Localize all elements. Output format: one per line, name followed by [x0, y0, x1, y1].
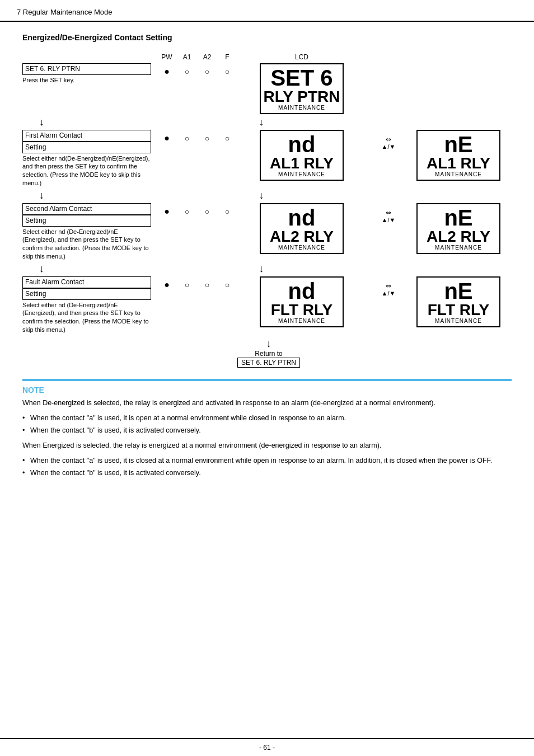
first-alarm-a2: ○	[197, 134, 217, 143]
fault-alarm-alt-line3: MAINTENANCE	[435, 318, 482, 324]
return-area: ↓ Return to SET 6. RLY PTRN	[237, 339, 512, 368]
fault-alarm-lcd: nd FLT RLY MAINTENANCE	[237, 276, 366, 327]
down-arrow-left-3: ↓	[22, 264, 157, 274]
fault-alarm-f: ○	[217, 280, 237, 289]
fault-alarm-lcd-line1: nd	[288, 280, 316, 302]
col-lcd-header: LCD	[237, 53, 366, 61]
first-alarm-arrow-top: ⇔	[386, 135, 391, 143]
fault-alarm-label-box: Fault Alarm Contact	[22, 276, 151, 288]
first-alarm-label-box2: Setting	[22, 142, 151, 153]
first-alarm-alt-lcd: nE AL1 RLY MAINTENANCE	[411, 130, 500, 181]
second-alarm-arrow-top: ⇔	[386, 209, 391, 217]
down-arrow-lcd-3: ↓	[157, 264, 366, 274]
note-list1-item2: When the contact "b" is used, it is acti…	[30, 425, 512, 436]
note-list2: When the contact "a" is used, it is clos…	[30, 456, 512, 478]
fault-alarm-label-sub: Select either nd (De-Energized)/nE (Ener…	[22, 301, 151, 334]
second-alarm-a1: ○	[177, 207, 197, 216]
second-alarm-a2: ○	[197, 207, 217, 216]
first-alarm-arrow-bot: ▲/▼	[382, 143, 396, 150]
second-alarm-pw: ●	[157, 206, 177, 217]
first-alarm-label-box: First Alarm Contact	[22, 130, 151, 142]
second-alarm-row: Second Alarm Contact Setting Select eith…	[22, 203, 512, 261]
first-alarm-arrow: ⇔ ▲/▼	[366, 130, 411, 150]
fault-alarm-lcd-box: nd FLT RLY MAINTENANCE	[260, 276, 344, 327]
set6-label-box: SET 6. RLY PTRN	[22, 63, 151, 75]
diagram-area: PW A1 A2 F LCD SET 6. RLY PTRN Press the…	[22, 53, 512, 368]
page-number: - 61 -	[259, 744, 275, 752]
fault-alarm-arrow-bot: ▲/▼	[382, 290, 396, 297]
second-alarm-label-box: Second Alarm Contact	[22, 203, 151, 215]
down-arrow-icon-1: ↓	[39, 117, 44, 127]
fault-alarm-arrow-top: ⇔	[386, 282, 391, 290]
set6-row: SET 6. RLY PTRN Press the SET key. ● ○ ○…	[22, 63, 512, 114]
second-alarm-arrow-bot: ▲/▼	[382, 217, 396, 223]
set6-f: ○	[217, 67, 237, 76]
second-alarm-left: Second Alarm Contact Setting Select eith…	[22, 203, 157, 261]
fault-alarm-alt-line2: FLT RLY	[428, 302, 489, 318]
first-alarm-alt-line2: AL1 RLY	[427, 156, 490, 171]
down-arrow-left-2: ↓	[22, 190, 157, 200]
note-list1-item1: When the contact "a" is used, it is open…	[30, 413, 512, 424]
fault-alarm-a1: ○	[177, 280, 197, 289]
first-alarm-label-sub: Select either nd(De-Energized)/nE(Energi…	[22, 154, 151, 187]
first-alarm-pw: ●	[157, 133, 177, 143]
second-alarm-lcd: nd AL2 RLY MAINTENANCE	[237, 203, 366, 254]
set6-a2: ○	[197, 67, 217, 76]
note-para2: When Energized is selected, the relay is…	[22, 440, 512, 451]
return-content: ↓ Return to SET 6. RLY PTRN	[237, 339, 300, 368]
set6-lcd-line3: MAINTENANCE	[278, 105, 325, 111]
fault-alarm-alt-line1: nE	[444, 280, 472, 302]
set6-a1: ○	[177, 67, 197, 76]
fault-alarm-lcd-line3: MAINTENANCE	[278, 318, 325, 324]
second-alarm-label-sub: Select either nd (De-Energized)/nE (Ener…	[22, 228, 151, 261]
set6-lcd-line1: SET 6	[270, 67, 332, 89]
down-arrow-icon-2: ↓	[39, 190, 44, 200]
fault-alarm-lcd-line2: FLT RLY	[271, 302, 332, 318]
second-alarm-lcd-line3: MAINTENANCE	[278, 245, 325, 251]
down-arrow-lcd-1: ↓	[157, 117, 366, 127]
down-arrow-3: ↓ ↓	[22, 261, 512, 276]
down-arrow-left-1: ↓	[22, 117, 157, 127]
return-label: Return to	[255, 350, 282, 358]
fault-alarm-alt-lcd: nE FLT RLY MAINTENANCE	[411, 276, 500, 327]
fault-alarm-row: Fault Alarm Contact Setting Select eithe…	[22, 276, 512, 334]
second-alarm-indicators: ● ○ ○ ○	[157, 203, 237, 217]
page-header: 7 Regular Maintenance Mode	[0, 0, 534, 22]
first-alarm-row: First Alarm Contact Setting Select eithe…	[22, 130, 512, 187]
second-alarm-alt-line3: MAINTENANCE	[435, 245, 482, 251]
first-alarm-lcd-box: nd AL1 RLY MAINTENANCE	[260, 130, 344, 181]
down-arrow-icon-lcd-1: ↓	[259, 117, 264, 127]
down-arrow-icon-lcd-2: ↓	[259, 190, 264, 200]
first-alarm-f: ○	[217, 134, 237, 143]
first-alarm-indicators: ● ○ ○ ○	[157, 130, 237, 143]
return-box: SET 6. RLY PTRN	[237, 358, 300, 368]
set6-indicators: ● ○ ○ ○	[157, 63, 237, 77]
down-arrow-lcd-2: ↓	[157, 190, 366, 200]
note-list2-item2: When the contact "b" is used, it is acti…	[30, 468, 512, 478]
fault-alarm-a2: ○	[197, 280, 217, 289]
section-title: Energized/De-Energized Contact Setting	[22, 33, 512, 42]
set6-left: SET 6. RLY PTRN Press the SET key.	[22, 63, 157, 84]
main-content: Energized/De-Energized Contact Setting P…	[0, 22, 534, 738]
fault-alarm-arrow: ⇔ ▲/▼	[366, 276, 411, 297]
fault-alarm-label-box2: Setting	[22, 288, 151, 300]
first-alarm-alt-box: nE AL1 RLY MAINTENANCE	[416, 130, 500, 181]
col-f-header: F	[217, 53, 237, 61]
set6-lcd-box: SET 6 RLY PTRN MAINTENANCE	[260, 63, 344, 114]
first-alarm-a1: ○	[177, 134, 197, 143]
second-alarm-alt-lcd: nE AL2 RLY MAINTENANCE	[411, 203, 500, 254]
note-list2-item1: When the contact "a" is used, it is clos…	[30, 456, 512, 466]
note-list1: When the contact "a" is used, it is open…	[30, 413, 512, 436]
header-text: 7 Regular Maintenance Mode	[17, 8, 113, 16]
second-alarm-alt-line1: nE	[444, 206, 472, 229]
first-alarm-lcd-line2: AL1 RLY	[270, 156, 334, 171]
note-section: NOTE When De-energized is selected, the …	[22, 379, 512, 478]
page-footer: - 61 -	[0, 738, 534, 756]
first-alarm-alt-line1: nE	[444, 133, 472, 156]
fault-alarm-pw: ●	[157, 280, 177, 290]
set6-pw: ●	[157, 67, 177, 77]
column-headers: PW A1 A2 F LCD	[157, 53, 512, 61]
set6-lcd: SET 6 RLY PTRN MAINTENANCE	[237, 63, 366, 114]
second-alarm-arrow: ⇔ ▲/▼	[366, 203, 411, 223]
col-pw-header: PW	[157, 53, 177, 61]
